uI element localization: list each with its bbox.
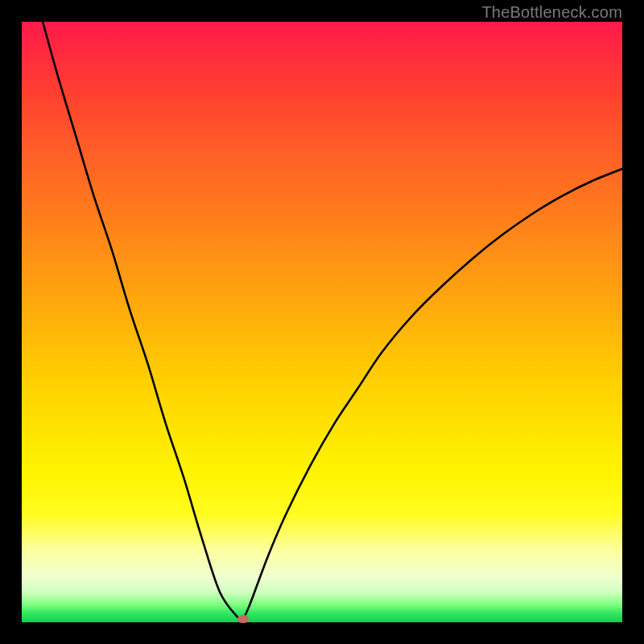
optimal-point-marker [237,615,249,623]
chart-container: TheBottleneck.com [0,0,644,644]
plot-gradient-background [22,22,622,622]
attribution-text: TheBottleneck.com [481,3,622,22]
